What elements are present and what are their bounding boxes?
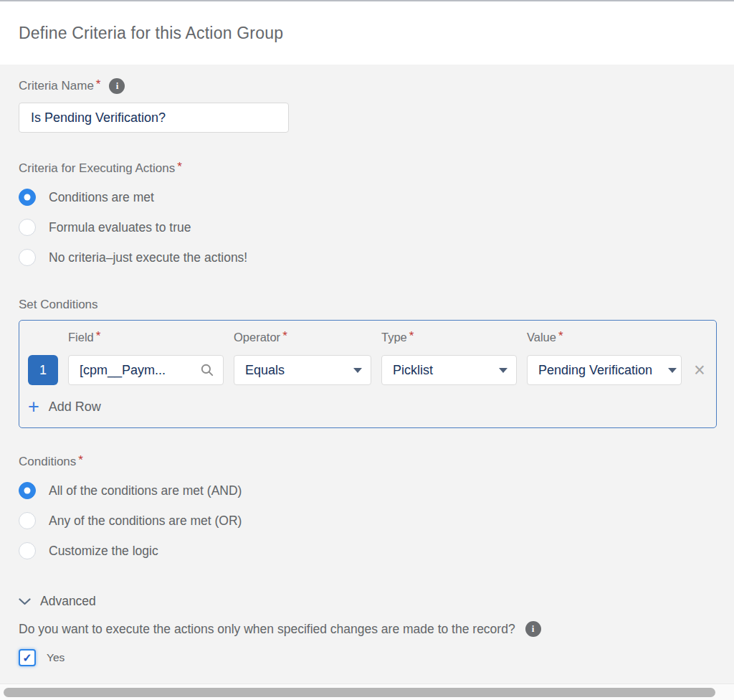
radio-label: No criteria–just execute the actions! [49, 250, 247, 265]
radio-unselected-icon[interactable] [19, 512, 36, 529]
radio-option-formula-true[interactable]: Formula evaluates to true [19, 219, 717, 236]
executing-actions-label-row: Criteria for Executing Actions * [19, 161, 717, 176]
radio-selected-icon[interactable] [19, 482, 36, 499]
conditions-box: Field* Operator* Type* Value* 1 [cpm__Pa… [19, 320, 717, 428]
remove-row-icon[interactable]: × [692, 361, 707, 380]
info-icon[interactable]: i [109, 78, 125, 94]
chevron-down-icon [499, 368, 507, 373]
operator-select[interactable]: Equals [234, 355, 371, 385]
advanced-toggle[interactable]: Advanced [19, 594, 717, 609]
value-select[interactable]: Pending Verification [527, 355, 682, 385]
search-icon [200, 363, 214, 377]
radio-unselected-icon[interactable] [19, 249, 36, 266]
radio-label: Any of the conditions are met (OR) [49, 514, 242, 529]
advanced-question-row: Do you want to execute the actions only … [19, 621, 717, 637]
radio-selected-icon[interactable] [19, 189, 36, 206]
operator-select-value: Equals [245, 363, 348, 378]
yes-checkbox[interactable]: ✓ [19, 649, 36, 666]
value-column-label: Value* [527, 331, 682, 345]
criteria-name-label: Criteria Name [19, 79, 94, 93]
type-select-value: Picklist [393, 363, 493, 378]
yes-checkbox-row[interactable]: ✓ Yes [19, 649, 717, 666]
info-icon[interactable]: i [525, 621, 541, 637]
type-select[interactable]: Picklist [381, 355, 517, 385]
radio-option-custom-logic[interactable]: Customize the logic [19, 542, 717, 559]
executing-actions-section: Criteria for Executing Actions * Conditi… [19, 161, 717, 266]
field-lookup-input[interactable]: [cpm__Paym... [68, 355, 224, 385]
radio-label: Formula evaluates to true [49, 220, 191, 235]
set-conditions-label: Set Conditions [19, 298, 98, 312]
horizontal-scrollbar-thumb[interactable] [4, 688, 715, 697]
conditions-header-row: Field* Operator* Type* Value* [28, 331, 707, 345]
conditions-logic-label: Conditions [19, 455, 76, 469]
operator-column-label: Operator* [234, 331, 371, 345]
criteria-form-panel: Criteria Name * i Criteria for Executing… [0, 65, 734, 684]
check-icon: ✓ [22, 651, 32, 665]
radio-label: All of the conditions are met (AND) [49, 483, 242, 498]
criteria-name-input[interactable] [19, 103, 289, 133]
yes-checkbox-label: Yes [47, 651, 65, 664]
add-row-button[interactable]: + Add Row [28, 397, 121, 417]
required-asterisk: * [177, 160, 182, 174]
value-select-value: Pending Verification [538, 363, 672, 378]
page-title: Define Criteria for this Action Group [19, 24, 283, 43]
executing-actions-label: Criteria for Executing Actions [19, 161, 175, 176]
radio-option-no-criteria[interactable]: No criteria–just execute the actions! [19, 249, 717, 266]
required-asterisk: * [96, 77, 101, 92]
set-conditions-section: Set Conditions Field* Operator* Type* Va… [19, 298, 717, 428]
condition-row-1: 1 [cpm__Paym... Equals Picklist [28, 355, 707, 385]
conditions-logic-section: Conditions * All of the conditions are m… [19, 455, 717, 559]
radio-unselected-icon[interactable] [19, 542, 36, 559]
criteria-name-label-row: Criteria Name * i [19, 78, 717, 94]
field-lookup-value: [cpm__Paym... [80, 363, 196, 378]
radio-label: Customize the logic [49, 544, 158, 559]
panel-header: Define Criteria for this Action Group [0, 1, 734, 65]
radio-option-all-and[interactable]: All of the conditions are met (AND) [19, 482, 717, 499]
required-asterisk: * [78, 453, 83, 468]
radio-option-any-or[interactable]: Any of the conditions are met (OR) [19, 512, 717, 529]
horizontal-scrollbar-track[interactable] [0, 684, 734, 700]
advanced-question-text: Do you want to execute the actions only … [19, 622, 515, 637]
plus-icon: + [28, 397, 39, 417]
conditions-logic-label-row: Conditions * [19, 455, 717, 469]
row-number-badge: 1 [28, 355, 58, 385]
radio-option-conditions-met[interactable]: Conditions are met [19, 189, 717, 206]
field-column-label: Field* [68, 331, 224, 345]
chevron-down-icon [19, 598, 31, 605]
advanced-label: Advanced [40, 594, 96, 609]
chevron-down-icon [353, 368, 362, 373]
radio-unselected-icon[interactable] [19, 219, 36, 236]
set-conditions-label-row: Set Conditions [19, 298, 717, 312]
type-column-label: Type* [381, 331, 517, 345]
chevron-down-icon [668, 368, 677, 373]
radio-label: Conditions are met [49, 190, 154, 205]
add-row-label: Add Row [49, 399, 101, 415]
